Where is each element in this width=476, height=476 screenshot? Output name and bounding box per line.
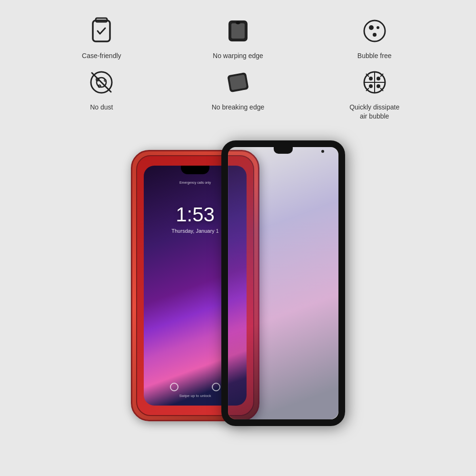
feature-no-breaking: No breaking edge	[175, 66, 302, 121]
glass-inner	[228, 147, 338, 419]
dissipate-label: Quickly dissipate air bubble	[349, 103, 399, 121]
phone-scene: Emergency calls only 1:53 Thursday, Janu…	[0, 136, 476, 426]
nav-dot-left	[170, 383, 178, 391]
svg-point-8	[373, 33, 377, 37]
case-friendly-label: Case-friendly	[82, 51, 121, 61]
svg-rect-16	[229, 74, 247, 90]
svg-rect-3	[231, 23, 245, 39]
svg-point-6	[369, 25, 374, 30]
feature-dissipate: Quickly dissipate air bubble	[311, 66, 438, 121]
no-warping-label: No warping edge	[213, 51, 263, 61]
no-dust-icon	[85, 66, 118, 99]
no-warping-icon	[221, 14, 255, 48]
bubble-free-icon	[358, 14, 391, 48]
bubble-free-label: Bubble free	[357, 51, 392, 61]
no-breaking-label: No breaking edge	[212, 103, 265, 112]
features-grid: Case-friendly No warping edge Bubble fre…	[0, 0, 476, 131]
svg-point-23	[377, 84, 380, 88]
svg-point-20	[369, 77, 373, 80]
svg-point-7	[377, 26, 379, 29]
screen-notch-red	[181, 166, 209, 174]
case-friendly-icon	[85, 14, 118, 48]
svg-point-21	[377, 77, 380, 80]
screen-swipe-text: Swipe up to unlock	[179, 394, 211, 398]
phone-glass	[221, 140, 345, 426]
svg-point-5	[364, 20, 385, 41]
svg-line-14	[92, 73, 111, 92]
screen-time: 1:53	[176, 203, 215, 226]
svg-point-22	[369, 84, 373, 88]
feature-no-warping: No warping edge	[175, 14, 302, 61]
glass-dot	[321, 150, 324, 153]
nav-dot-right	[212, 383, 220, 391]
feature-bubble-free: Bubble free	[311, 14, 438, 61]
glass-notch	[274, 147, 293, 154]
svg-point-4	[236, 21, 240, 24]
no-dust-label: No dust	[90, 103, 113, 112]
feature-case-friendly: Case-friendly	[38, 14, 165, 61]
svg-rect-0	[93, 20, 110, 41]
feature-no-dust: No dust	[38, 66, 165, 121]
screen-date: Thursday, January 1	[171, 228, 218, 234]
no-breaking-icon	[221, 66, 255, 99]
dissipate-icon	[358, 66, 391, 99]
